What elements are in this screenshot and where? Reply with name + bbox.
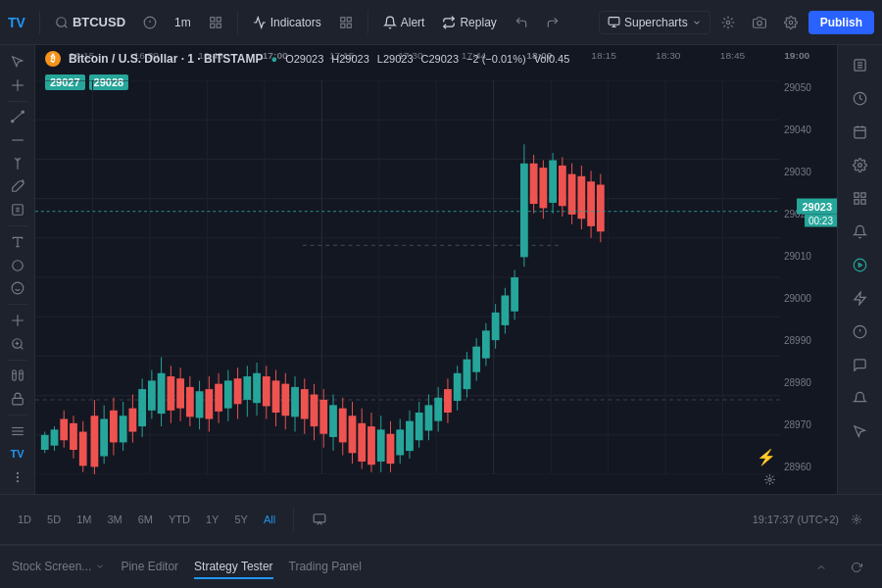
svg-rect-119 [196, 391, 204, 417]
timeframe-6m[interactable]: 6M [132, 511, 159, 528]
svg-rect-185 [511, 277, 518, 312]
bottom-status-bar: 1D 5D 1M 3M 6M YTD 1Y 5Y All 19:17:37 (U… [0, 494, 882, 545]
more-tools[interactable] [4, 466, 31, 488]
magnet-tool[interactable] [4, 365, 31, 386]
svg-text:18:30: 18:30 [656, 51, 681, 61]
compare-chart-icon[interactable] [306, 506, 333, 533]
timeframe-selector[interactable]: 1m [168, 12, 198, 33]
tab-collapse-icon[interactable] [808, 554, 835, 581]
timeframe-1d[interactable]: 1D [12, 511, 37, 528]
grid-icon[interactable] [847, 184, 874, 212]
svg-rect-169 [434, 398, 442, 421]
right-toolbar [837, 45, 882, 494]
tab-pine-editor[interactable]: Pine Editor [121, 556, 178, 579]
price-level-7: 28990 [784, 335, 833, 346]
tab-trading-panel[interactable]: Trading Panel [289, 556, 362, 579]
svg-rect-125 [224, 380, 232, 408]
screenshot-btn[interactable] [746, 9, 773, 36]
left-sep-3 [8, 304, 27, 305]
notification-icon[interactable] [847, 384, 874, 412]
hline-tool[interactable] [4, 129, 31, 151]
svg-rect-55 [855, 199, 858, 203]
supercharts-btn[interactable]: Supercharts [599, 11, 710, 34]
crosshair-tool[interactable] [4, 74, 31, 96]
svg-rect-101 [110, 411, 118, 443]
brush-tool[interactable] [4, 176, 31, 198]
timeframe-all[interactable]: All [258, 511, 281, 528]
publish-button[interactable]: Publish [808, 11, 874, 34]
supercharts-label: Supercharts [624, 16, 688, 29]
text-tool[interactable] [4, 231, 31, 253]
symbol-label: BTCUSD [73, 15, 125, 29]
replay-fast-icon[interactable] [847, 251, 874, 278]
svg-rect-11 [341, 24, 345, 27]
lightning-icon[interactable] [847, 284, 874, 312]
measure-tool[interactable] [4, 310, 31, 331]
trendline-tool[interactable] [4, 106, 31, 127]
timeframe-ytd[interactable]: YTD [163, 511, 196, 528]
svg-text:17:44: 17:44 [462, 51, 487, 61]
svg-point-0 [57, 17, 66, 25]
symbol-info-btn[interactable] [136, 9, 164, 36]
svg-rect-53 [861, 192, 865, 196]
watchlist-icon[interactable] [847, 51, 874, 78]
tab-refresh-icon[interactable] [843, 554, 870, 581]
pattern-tool[interactable] [4, 199, 31, 220]
tab-strategy-tester[interactable]: Strategy Tester [194, 556, 272, 579]
svg-rect-97 [91, 416, 99, 466]
tv-logo-bottom[interactable]: TV [4, 443, 31, 465]
svg-text:17:30: 17:30 [398, 51, 423, 61]
timeframe-1m[interactable]: 1M [71, 511, 97, 528]
zoom-tool[interactable] [4, 333, 31, 355]
current-time-small: 00:23 [805, 215, 837, 227]
cursor-tool[interactable] [4, 51, 31, 73]
fibonacci-tool[interactable] [4, 420, 31, 442]
replay-btn[interactable]: Replay [435, 12, 503, 33]
svg-rect-187 [520, 164, 528, 258]
timeframe-5y[interactable]: 5Y [228, 511, 253, 528]
svg-rect-91 [60, 419, 68, 441]
svg-rect-10 [347, 24, 351, 27]
svg-text:18:15: 18:15 [591, 51, 616, 61]
svg-rect-52 [855, 192, 858, 196]
timeframe-1y[interactable]: 1Y [200, 511, 224, 528]
tab-stock-screener[interactable]: Stock Screen... [12, 556, 105, 579]
chart-area[interactable]: ₿ Bitcoin / U.S. Dollar · 1 · BITSTAMP ●… [35, 45, 837, 494]
shapes-tool[interactable] [4, 255, 31, 276]
svg-rect-7 [210, 24, 214, 27]
svg-rect-95 [79, 432, 87, 466]
chat-icon[interactable] [847, 351, 874, 378]
info-icon[interactable] [847, 318, 874, 345]
settings-btn[interactable] [777, 9, 805, 36]
svg-rect-117 [186, 387, 194, 416]
alerts-icon[interactable] [847, 218, 874, 245]
timeframe-3m[interactable]: 3M [101, 511, 127, 528]
indicators-btn[interactable]: Indicators [246, 12, 328, 33]
watchlist-toggle-btn[interactable] [714, 9, 742, 36]
compare-btn[interactable] [202, 9, 229, 36]
price-level-1: 29050 [784, 82, 833, 93]
redo-btn[interactable] [539, 9, 566, 36]
svg-rect-35 [12, 398, 23, 404]
svg-rect-141 [301, 389, 309, 418]
svg-rect-203 [597, 184, 605, 231]
chart-lightning-icon[interactable]: ⚡ [757, 448, 776, 466]
lock-tool[interactable] [4, 388, 31, 410]
settings-right-icon[interactable] [847, 151, 874, 178]
timeframe-5d[interactable]: 5D [41, 511, 67, 528]
pitchfork-tool[interactable] [4, 153, 31, 174]
symbol-search[interactable]: BTCUSD [48, 11, 132, 33]
emoji-tool[interactable] [4, 277, 31, 299]
chart-settings-icon[interactable] [763, 473, 776, 489]
time-settings-icon[interactable] [843, 506, 870, 533]
svg-rect-173 [454, 373, 462, 401]
alert-icon [383, 16, 397, 29]
tv-logo[interactable]: TV [8, 15, 25, 30]
svg-line-20 [12, 113, 23, 122]
undo-btn[interactable] [508, 9, 535, 36]
cursor-arrow-icon[interactable] [847, 417, 874, 445]
clock-icon[interactable] [847, 84, 874, 112]
templates-btn[interactable] [332, 9, 360, 36]
calendar-icon[interactable] [847, 118, 874, 145]
alert-btn[interactable]: Alert [376, 12, 432, 33]
